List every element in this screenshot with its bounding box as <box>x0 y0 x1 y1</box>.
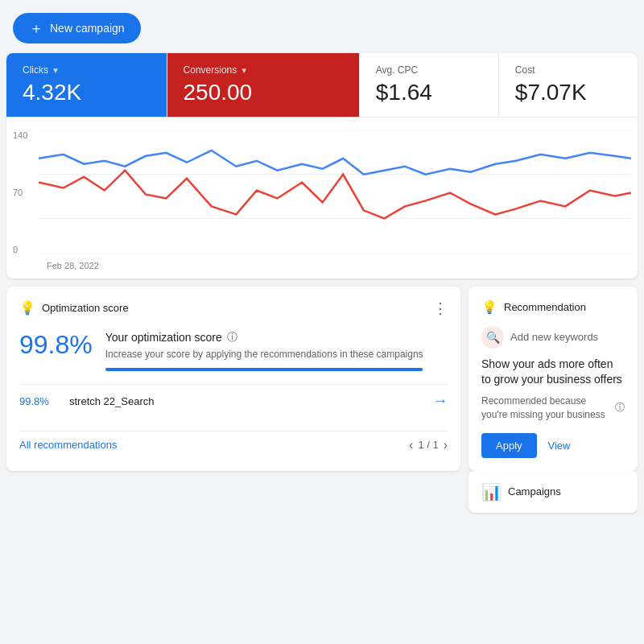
avg-cpc-stat-block: Avg. CPC $1.64 <box>360 53 499 117</box>
rec-sub-text: Recommended because you're missing your … <box>481 394 625 422</box>
stats-row: Clicks ▼ 4.32K Conversions ▼ 250.00 Avg.… <box>6 53 638 118</box>
chart-y-labels: 140 70 0 <box>13 130 27 254</box>
campaign-score: 99.8% <box>19 395 60 407</box>
rec-card-title: Recommendation <box>504 301 586 313</box>
score-heading: Your optimization score ⓘ <box>105 330 423 345</box>
bottom-row: 💡 Optimization score ⋮ 99.8% Your optimi… <box>6 287 638 471</box>
conversions-dropdown-icon: ▼ <box>240 66 248 75</box>
optimization-header-left: 💡 Optimization score <box>19 300 129 316</box>
header-section: ＋ New campaign <box>0 0 644 53</box>
campaign-row: 99.8% stretch 22_Search → <box>19 384 448 418</box>
recommendation-card: 💡 Recommendation 🔍 Add new keywords Show… <box>469 287 638 471</box>
clicks-value: 4.32K <box>23 80 151 105</box>
rec-actions: Apply View <box>481 433 625 458</box>
y-label-70: 70 <box>13 188 27 197</box>
rec-help-icon: ⓘ <box>615 401 625 415</box>
clicks-label: Clicks ▼ <box>23 64 151 76</box>
campaign-name: stretch 22_Search <box>69 395 433 407</box>
conversions-stat-block[interactable]: Conversions ▼ 250.00 <box>167 53 360 117</box>
blue-line <box>39 151 631 175</box>
rec-card-header: 💡 Recommendation <box>481 299 625 315</box>
help-circle-icon: ⓘ <box>227 330 237 345</box>
score-bar-background <box>105 368 423 371</box>
avg-cpc-value: $1.64 <box>376 80 482 105</box>
chart-svg-container <box>39 130 631 254</box>
score-desc: Increase your score by applying the reco… <box>105 348 423 361</box>
campaigns-mini-card: 📊 Campaigns <box>469 471 638 513</box>
next-page-button[interactable]: › <box>444 438 448 452</box>
pagination-label: 1 / 1 <box>418 439 438 451</box>
chart-svg <box>39 130 631 254</box>
rec-description: Show your ads more often to grow your bu… <box>481 357 625 388</box>
y-label-140: 140 <box>13 130 27 140</box>
rec-keyword-label: Add new keywords <box>510 331 598 343</box>
chart-x-label: Feb 28, 2022 <box>47 261 99 270</box>
cost-label: Cost <box>515 64 621 76</box>
rec-bulb-icon: 💡 <box>481 299 497 315</box>
optimization-card-title: Optimization score <box>42 302 129 314</box>
pagination-controls: ‹ 1 / 1 › <box>409 438 448 452</box>
campaigns-mini-label: Campaigns <box>508 485 561 497</box>
prev-page-button[interactable]: ‹ <box>409 438 413 452</box>
all-recommendations-row: All recommendations ‹ 1 / 1 › <box>19 431 448 452</box>
clicks-dropdown-icon: ▼ <box>52 66 60 75</box>
red-line <box>39 170 631 218</box>
all-recommendations-link[interactable]: All recommendations <box>19 439 117 451</box>
score-bar-fill <box>105 368 423 371</box>
score-bar-container <box>105 368 423 371</box>
plus-icon: ＋ <box>29 21 43 35</box>
cost-stat-block: Cost $7.07K <box>499 53 638 117</box>
optimization-card-header: 💡 Optimization score ⋮ <box>19 299 448 317</box>
score-big: 99.8% <box>19 330 93 371</box>
view-button[interactable]: View <box>545 433 574 458</box>
opt-score-section: 99.8% Your optimization score ⓘ Increase… <box>19 330 448 371</box>
search-icon-circle: 🔍 <box>481 326 504 349</box>
bulb-icon: 💡 <box>19 300 35 316</box>
clicks-stat-block[interactable]: Clicks ▼ 4.32K <box>6 53 167 117</box>
campaign-arrow-icon[interactable]: → <box>433 393 448 410</box>
cost-value: $7.07K <box>515 80 621 105</box>
conversions-value: 250.00 <box>184 80 343 105</box>
optimization-card: 💡 Optimization score ⋮ 99.8% Your optimi… <box>6 287 460 471</box>
new-campaign-label: New campaign <box>50 22 125 35</box>
more-options-icon[interactable]: ⋮ <box>433 299 448 317</box>
rec-keyword-row: 🔍 Add new keywords <box>481 326 625 349</box>
campaigns-mini-row: 📊 Campaigns <box>6 471 638 513</box>
chart-grid <box>39 130 631 254</box>
bar-chart-icon: 📊 <box>481 482 502 502</box>
main-stats-card: Clicks ▼ 4.32K Conversions ▼ 250.00 Avg.… <box>6 53 638 279</box>
chart-area: 140 70 0 Feb 28, 2022 <box>6 118 638 279</box>
score-details: Your optimization score ⓘ Increase your … <box>105 330 423 371</box>
avg-cpc-label: Avg. CPC <box>376 64 482 76</box>
apply-button[interactable]: Apply <box>481 433 537 458</box>
search-icon: 🔍 <box>486 331 500 344</box>
y-label-0: 0 <box>13 245 27 254</box>
conversions-label: Conversions ▼ <box>184 64 343 76</box>
new-campaign-button[interactable]: ＋ New campaign <box>13 13 141 43</box>
